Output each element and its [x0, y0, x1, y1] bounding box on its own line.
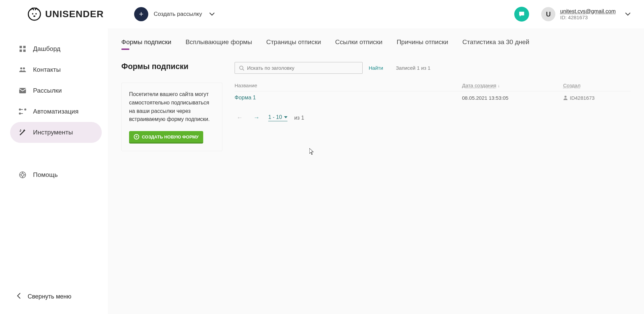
search-icon — [239, 65, 244, 71]
chevron-down-icon — [625, 11, 631, 17]
tab-subscription-forms[interactable]: Формы подписки — [121, 38, 171, 49]
column-header-author[interactable]: Создал — [563, 83, 631, 88]
create-campaign-button[interactable]: + Создать рассылку — [134, 7, 215, 21]
description-text: Посетители вашего сайта могут самостояте… — [129, 90, 215, 124]
svg-rect-5 — [23, 46, 26, 48]
chat-button[interactable] — [514, 7, 529, 22]
sidebar-item-label: Инструменты — [33, 129, 73, 136]
chat-icon — [518, 10, 525, 18]
sidebar-item-tools[interactable]: Инструменты — [10, 122, 102, 143]
user-email: unitest.cvs@gmail.com — [560, 8, 616, 14]
sidebar-item-label: Контакты — [33, 66, 61, 73]
column-header-created[interactable]: Дата создания↓ — [462, 83, 563, 88]
sidebar-item-contacts[interactable]: Контакты — [10, 59, 102, 80]
plus-circle-icon: + — [134, 134, 139, 139]
svg-point-3 — [33, 15, 35, 17]
brand-name: UNISENDER — [45, 9, 104, 20]
forms-table: Название Дата создания↓ Создал Форма 1 0… — [235, 80, 631, 104]
sidebar-item-help[interactable]: Помощь — [10, 164, 102, 185]
sidebar-item-label: Помощь — [33, 171, 58, 179]
pager-prev-button[interactable]: ← — [235, 113, 245, 123]
table-row: Форма 1 08.05.2021 13:53:05 ID4281673 — [235, 91, 631, 104]
tab-stats-30d[interactable]: Статистика за 30 дней — [462, 38, 529, 49]
tab-unsubscribe-pages[interactable]: Страницы отписки — [266, 38, 321, 49]
create-new-form-label: СОЗДАТЬ НОВУЮ ФОРМУ — [142, 134, 198, 139]
pager: ← → 1 - 10 из 1 — [235, 113, 631, 123]
chevron-down-icon — [209, 11, 215, 17]
svg-point-15 — [21, 174, 24, 176]
sort-desc-icon: ↓ — [498, 84, 500, 88]
pager-range-dropdown[interactable]: 1 - 10 — [268, 114, 287, 121]
sidebar-item-label: Дашборд — [33, 45, 60, 53]
svg-point-1 — [32, 13, 33, 14]
sidebar-item-automation[interactable]: Автоматизация — [10, 101, 102, 122]
records-count: Записей 1 из 1 — [396, 65, 431, 71]
create-campaign-label: Создать рассылку — [154, 11, 202, 18]
main: Формы подписки Всплывающие формы Страниц… — [108, 28, 644, 314]
form-author: ID4281673 — [563, 95, 631, 101]
flow-icon — [19, 108, 26, 115]
search-input[interactable] — [247, 65, 358, 71]
page-title: Формы подписки — [121, 62, 222, 71]
svg-point-16 — [240, 66, 243, 69]
people-icon — [19, 66, 26, 73]
logo-icon — [27, 7, 42, 22]
search-button[interactable]: Найти — [369, 65, 383, 71]
caret-down-icon — [284, 116, 287, 118]
mail-icon — [19, 87, 26, 94]
tab-unsubscribe-reasons[interactable]: Причины отписки — [397, 38, 448, 49]
svg-rect-6 — [20, 50, 22, 52]
tabs: Формы подписки Всплывающие формы Страниц… — [121, 38, 631, 49]
avatar: U — [541, 7, 555, 21]
svg-point-12 — [24, 108, 26, 111]
plus-icon: + — [134, 7, 148, 21]
column-header-name: Название — [235, 83, 462, 88]
create-new-form-button[interactable]: + СОЗДАТЬ НОВУЮ ФОРМУ — [129, 131, 203, 144]
svg-point-8 — [20, 67, 22, 69]
sidebar: Дашборд Контакты Рассылки Автоматизация … — [0, 28, 108, 314]
svg-point-11 — [19, 108, 21, 111]
svg-rect-4 — [20, 46, 22, 48]
tab-popup-forms[interactable]: Всплывающие формы — [185, 38, 252, 49]
form-link[interactable]: Форма 1 — [235, 95, 256, 100]
grid-icon — [19, 45, 26, 53]
sidebar-item-label: Автоматизация — [33, 108, 79, 115]
pager-total: из 1 — [294, 115, 304, 121]
header: UNISENDER + Создать рассылку U unitest.c… — [0, 0, 644, 28]
svg-point-2 — [35, 13, 37, 14]
pager-next-button[interactable]: → — [251, 113, 262, 123]
chevron-left-icon — [17, 293, 21, 301]
svg-rect-7 — [23, 50, 26, 52]
search-box — [235, 62, 363, 74]
sidebar-item-campaigns[interactable]: Рассылки — [10, 80, 102, 101]
wand-icon — [19, 129, 26, 136]
user-icon — [563, 95, 568, 100]
tab-unsubscribe-links[interactable]: Ссылки отписки — [335, 38, 382, 49]
user-id: ID: 4281673 — [560, 14, 616, 20]
help-icon — [19, 171, 26, 179]
collapse-menu-button[interactable]: Свернуть меню — [17, 293, 71, 301]
logo[interactable]: UNISENDER — [27, 7, 104, 22]
sidebar-item-dashboard[interactable]: Дашборд — [10, 38, 102, 59]
description-box: Посетители вашего сайта могут самостояте… — [121, 83, 222, 151]
user-menu[interactable]: U unitest.cvs@gmail.com ID: 4281673 — [541, 7, 631, 21]
form-created-date: 08.05.2021 13:53:05 — [462, 95, 563, 101]
sidebar-item-label: Рассылки — [33, 87, 62, 94]
svg-point-17 — [564, 96, 566, 98]
collapse-label: Свернуть меню — [28, 293, 71, 300]
svg-point-13 — [19, 113, 21, 115]
svg-point-9 — [23, 67, 25, 69]
